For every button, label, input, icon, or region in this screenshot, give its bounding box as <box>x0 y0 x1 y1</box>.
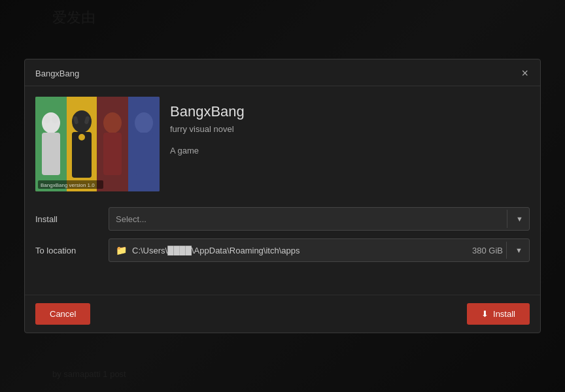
game-name: BangxBang <box>170 103 519 120</box>
location-divider <box>506 242 507 259</box>
cancel-button[interactable]: Cancel <box>35 303 90 325</box>
install-label: Install <box>35 214 101 224</box>
location-label: To location <box>35 246 101 255</box>
game-info-section: BangxBang version 1.0 BangxBang furry vi… <box>25 86 540 202</box>
svg-point-6 <box>44 116 50 123</box>
svg-point-4 <box>42 112 60 133</box>
install-row: Install Select... ▼ <box>35 207 530 231</box>
svg-point-12 <box>103 112 122 133</box>
svg-rect-13 <box>103 133 122 175</box>
install-icon: ⬇ <box>481 309 488 319</box>
location-field[interactable]: 📁 C:\Users\████\AppData\Roaming\itch\app… <box>109 238 530 262</box>
location-row: To location 📁 C:\Users\████\AppData\Roam… <box>35 238 530 262</box>
select-divider <box>507 210 507 228</box>
location-path: C:\Users\████\AppData\Roaming\itch\apps <box>132 246 467 255</box>
game-subtitle: furry visual novel <box>170 124 519 134</box>
install-button[interactable]: ⬇ Install <box>467 303 530 325</box>
location-arrow-icon: ▼ <box>515 246 522 254</box>
game-details: BangxBang furry visual novel A game <box>160 97 530 191</box>
close-button[interactable]: × <box>520 67 530 79</box>
svg-rect-15 <box>135 133 153 175</box>
game-description: A game <box>170 146 519 155</box>
svg-point-7 <box>52 116 58 123</box>
svg-point-14 <box>135 112 153 133</box>
location-size: 380 GiB <box>472 246 503 255</box>
form-section: Install Select... ▼ To location 📁 C:\Use… <box>25 202 540 275</box>
dialog-title-bar: BangxBang × <box>25 59 540 86</box>
install-dialog: BangxBang × <box>24 59 541 333</box>
modal-overlay: BangxBang × <box>0 0 565 392</box>
game-cover-art: BangxBang version 1.0 <box>35 97 160 191</box>
install-select-wrapper: Select... ▼ <box>109 207 530 231</box>
install-button-label: Install <box>493 309 515 319</box>
folder-icon: 📁 <box>116 245 127 255</box>
dialog-title: BangxBang <box>35 69 79 78</box>
svg-point-16 <box>78 134 85 140</box>
svg-text:BangxBang version 1.0: BangxBang version 1.0 <box>41 182 95 188</box>
install-select[interactable]: Select... <box>109 207 530 231</box>
svg-rect-5 <box>42 133 60 175</box>
dialog-footer: Cancel ⬇ Install <box>25 295 540 333</box>
cover-svg: BangxBang version 1.0 <box>35 97 160 191</box>
